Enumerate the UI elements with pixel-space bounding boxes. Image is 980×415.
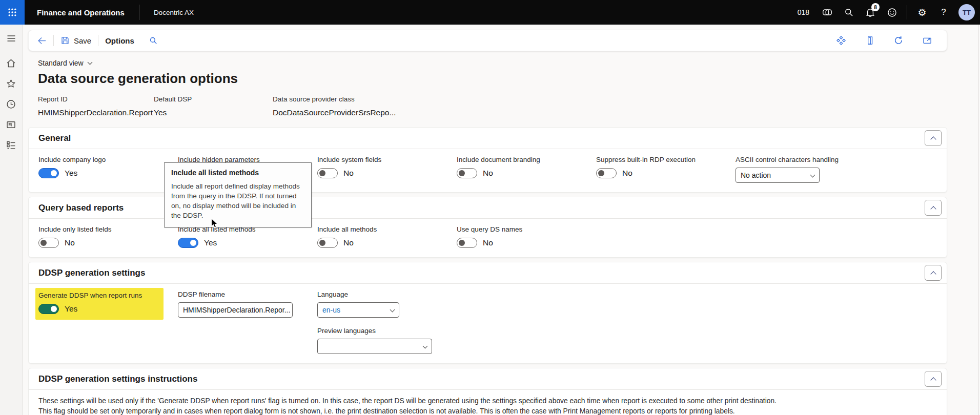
generate-ddsp-toggle[interactable] xyxy=(38,304,59,314)
toggle-value: Yes xyxy=(204,238,217,247)
popout-icon xyxy=(922,35,932,46)
appbar-divider xyxy=(907,5,907,19)
waffle-icon xyxy=(7,7,17,17)
app-launcher-button[interactable] xyxy=(0,0,25,25)
input-value: HMIMShipperDeclaration.Repor... xyxy=(183,306,290,314)
open-in-new-window-button[interactable] xyxy=(922,35,932,46)
personalize-button[interactable] xyxy=(836,35,846,46)
toggle-knob xyxy=(190,240,196,246)
section-title: Query based reports xyxy=(38,203,124,213)
field-suppress-rdp-execution: Suppress built-in RDP execution No xyxy=(596,156,736,178)
include-document-branding-toggle[interactable] xyxy=(457,168,477,178)
header-field-report-id: Report ID HMIMShipperDeclaration.Report xyxy=(38,95,154,117)
collapse-section-button[interactable] xyxy=(925,265,942,281)
smiley-icon xyxy=(887,7,897,18)
include-all-methods-toggle[interactable] xyxy=(317,238,338,248)
field-label: Report ID xyxy=(38,95,154,103)
field-value[interactable]: HMIMShipperDeclaration.Report xyxy=(38,108,154,117)
commandbar-search-button[interactable] xyxy=(149,36,158,45)
section-ddsp-header[interactable]: DDSP generation settings xyxy=(29,262,947,284)
nav-home-button[interactable] xyxy=(5,56,18,70)
field-label: Include document branding xyxy=(457,156,596,163)
view-selector[interactable]: Standard view xyxy=(38,59,92,67)
avatar[interactable]: TT xyxy=(958,4,975,20)
toggle-knob xyxy=(319,170,325,176)
modules-list-icon xyxy=(6,140,16,151)
tooltip-include-all-listed-methods: Include all listed methods Include all r… xyxy=(164,162,312,227)
help-button[interactable]: ? xyxy=(933,0,954,25)
suppress-rdp-execution-toggle[interactable] xyxy=(596,168,617,178)
notification-badge: 8 xyxy=(871,3,880,11)
field-label: ASCII control characters handling xyxy=(736,156,875,163)
field-label: Suppress built-in RDP execution xyxy=(596,156,736,163)
include-all-listed-methods-toggle[interactable] xyxy=(178,238,198,248)
view-selector-label: Standard view xyxy=(38,59,84,67)
toggle-value: No xyxy=(343,169,354,178)
back-button[interactable] xyxy=(37,36,47,46)
field-include-only-listed-fields: Include only listed fields No xyxy=(38,225,178,248)
field-label: Include system fields xyxy=(317,156,457,163)
save-label: Save xyxy=(74,36,91,45)
expand-nav-button[interactable] xyxy=(5,32,18,45)
save-icon xyxy=(60,36,70,45)
ddsp-filename-input[interactable]: HMIMShipperDeclaration.Repor... xyxy=(178,302,293,318)
header-field-default-dsp: Default DSP Yes xyxy=(154,95,273,117)
appbar-right-group: 018 8 xyxy=(798,0,980,25)
chevron-up-icon xyxy=(930,136,936,142)
collapse-section-button[interactable] xyxy=(925,200,942,216)
search-icon xyxy=(844,7,854,17)
chevron-down-icon xyxy=(423,343,428,348)
nav-workspaces-button[interactable] xyxy=(5,118,18,131)
collapse-section-button[interactable] xyxy=(925,371,942,387)
notifications-button[interactable]: 8 xyxy=(860,0,881,25)
toggle-knob xyxy=(459,240,465,246)
field-include-document-branding: Include document branding No xyxy=(457,156,596,178)
app-name: Docentric AX xyxy=(139,9,194,16)
field-label: Preview languages xyxy=(317,327,457,335)
toggle-knob xyxy=(319,240,325,246)
field-label: Include all methods xyxy=(317,225,457,233)
include-company-logo-toggle[interactable] xyxy=(38,168,59,178)
chevron-down-icon xyxy=(810,172,815,177)
nav-favorites-button[interactable] xyxy=(5,77,18,90)
star-icon xyxy=(6,78,16,89)
field-label: Include company logo xyxy=(38,156,178,163)
field-include-system-fields: Include system fields No xyxy=(317,156,457,178)
field-include-all-listed-methods: Include all listed methods Yes xyxy=(178,225,317,248)
options-menu-button[interactable]: Options xyxy=(105,36,134,45)
chevron-up-icon xyxy=(930,377,936,383)
settings-button[interactable]: ⚙ xyxy=(911,0,933,25)
ascii-handling-select[interactable]: No action xyxy=(736,168,820,183)
product-name[interactable]: Finance and Operations xyxy=(25,8,139,17)
use-query-ds-names-toggle[interactable] xyxy=(457,238,477,248)
collapse-section-button[interactable] xyxy=(925,130,942,146)
search-icon xyxy=(149,36,158,45)
language-select[interactable]: en-us xyxy=(317,302,399,318)
include-system-fields-toggle[interactable] xyxy=(317,168,338,178)
open-in-office-button[interactable] xyxy=(865,35,875,46)
refresh-button[interactable] xyxy=(893,35,904,46)
toggle-value: No xyxy=(622,169,632,178)
section-ddsp-instructions: DDSP generation settings instructions Th… xyxy=(28,368,947,415)
save-button[interactable]: Save xyxy=(60,36,91,45)
include-only-listed-fields-toggle[interactable] xyxy=(38,238,59,248)
generate-ddsp-highlight: Generate DDSP when report runs Yes xyxy=(35,288,164,320)
left-nav-rail xyxy=(0,25,23,415)
back-arrow-icon xyxy=(37,36,47,46)
refresh-icon xyxy=(893,35,904,46)
nav-recent-button[interactable] xyxy=(5,97,18,111)
nav-modules-button[interactable] xyxy=(5,138,18,152)
section-general-header[interactable]: General xyxy=(29,128,947,149)
toggle-value: No xyxy=(343,238,354,247)
chevron-up-icon xyxy=(930,206,936,212)
toggle-value: No xyxy=(483,238,493,247)
commandbar-right-group xyxy=(836,35,938,46)
section-instructions-header[interactable]: DDSP generation settings instructions xyxy=(29,368,947,390)
search-button[interactable] xyxy=(838,0,860,25)
preview-languages-select[interactable] xyxy=(317,339,432,354)
field-generate-ddsp: Generate DDSP when report runs Yes xyxy=(38,291,178,320)
copilot-button[interactable] xyxy=(816,0,838,25)
clock-icon xyxy=(6,99,16,110)
feedback-button[interactable] xyxy=(881,0,903,25)
field-label: Generate DDSP when report runs xyxy=(38,292,158,299)
